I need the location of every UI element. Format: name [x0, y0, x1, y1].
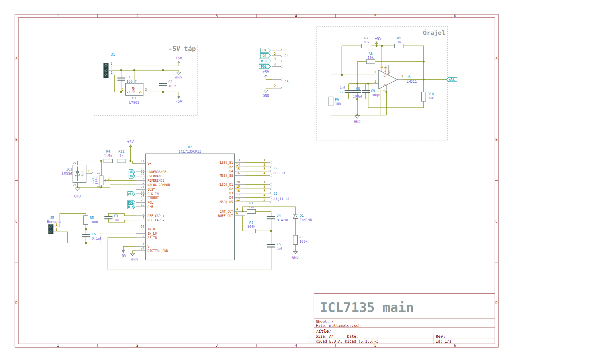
j6-ref: J6	[284, 80, 289, 84]
u3-num8: 8	[380, 66, 384, 68]
resistor-r4[interactable]: R4 1,5k	[104, 150, 112, 163]
resistor-r8[interactable]: R8 10k	[366, 52, 375, 64]
u3-num1: 1	[382, 89, 386, 91]
resistor-r1[interactable]: R1 27R	[247, 201, 256, 214]
ic1-value: LM336	[62, 172, 72, 176]
u2-lname: AZ_IN	[148, 236, 157, 240]
j4-ref: J4	[284, 54, 289, 58]
connector-j3[interactable]: 1 2 3 4 5 J3 digit ki	[263, 180, 290, 201]
capacitor-c3[interactable]: C3 1uF	[104, 214, 120, 222]
rv1-num1: 1	[97, 172, 100, 174]
u2-lname: IN_HI	[148, 228, 157, 231]
frame-col: 1	[57, 14, 59, 18]
frame-col: 4	[295, 14, 297, 18]
schematic-canvas[interactable]: 1 2 3 4 5 6 1 2 3 4 5 6 A B C D A B C D …	[0, 0, 595, 364]
r5-value: 100k	[90, 220, 98, 224]
c3-value: 1uF	[114, 218, 120, 222]
u2-rnum: 17	[236, 193, 240, 197]
resistor-r2[interactable]: R2 100K	[247, 221, 256, 233]
capacitor-c8[interactable]: C8 100pF	[353, 87, 363, 98]
capacitor-c5[interactable]: C5 1uF	[267, 242, 283, 250]
capacitor-c1[interactable]: C1 100nF	[117, 75, 137, 84]
u2-lnum: 25	[141, 203, 144, 206]
c2-ref: C2	[168, 80, 172, 84]
j4-num4: 4	[274, 63, 276, 66]
j2-num: 1	[263, 158, 265, 162]
resistor-r11[interactable]: R11 1k	[117, 150, 126, 163]
j6-num2: 2	[274, 84, 276, 88]
u2-rname: (MSD)_D5	[218, 200, 233, 204]
j2-value: BCD ki	[273, 171, 286, 175]
u2-rname: B2	[229, 165, 233, 169]
u2-lnum: 27	[141, 172, 144, 176]
frame-row: C	[15, 219, 17, 223]
capacitor-c7[interactable]: 1nF C7	[340, 85, 353, 94]
j5-ref: J5	[50, 216, 54, 220]
u2-lname: BUSY	[148, 188, 155, 191]
u1-ref: U1	[132, 96, 136, 100]
u2-lname: V-	[148, 245, 151, 248]
u2-hier-tags[interactable]: UR OR clk POL R_H	[128, 170, 135, 209]
j4-num3: 3	[274, 57, 276, 61]
capacitor-c4[interactable]: C4 0.47uF	[267, 214, 289, 222]
j3-num: 3	[263, 189, 265, 193]
connector-j5[interactable]: J5 Bemenet 2 1	[47, 216, 61, 234]
date-field: Date:	[347, 334, 358, 339]
trimmer-rv1[interactable]: RV1 100k 1 2 3	[91, 172, 110, 188]
resistor-r7[interactable]: R7 20k	[362, 36, 371, 48]
rv1-value: 100k	[95, 176, 99, 184]
wires[interactable]	[58, 42, 446, 270]
ic1-num3: 3	[73, 184, 77, 186]
c4-ref: C4	[277, 214, 281, 218]
id-field: Id: 1/1	[436, 339, 452, 344]
connector-j4[interactable]: UR OR R_H POL 1 2 3 4 J4	[259, 46, 289, 69]
r11-ref: R11	[118, 150, 125, 154]
u2-rnum: 15	[236, 167, 240, 171]
connector-j1[interactable]: J1 3 2 1	[104, 53, 115, 78]
j2-num: 2	[263, 163, 265, 166]
j2-num: 3	[263, 167, 265, 171]
resistor-r9[interactable]: R9 1k	[394, 36, 404, 48]
resistor-r10[interactable]: R10 39k	[421, 92, 434, 101]
u2-lname: REF_CAP_+	[148, 214, 164, 218]
capacitor-c2[interactable]: C2 100nF	[159, 80, 178, 88]
p5v-label: +5V	[176, 56, 182, 60]
capacitor-c9[interactable]: C9 100pF	[362, 89, 381, 97]
u2-lnum: 9	[143, 229, 144, 233]
tool-field: KiCad E.D.A. kicad (5.1.5)-3	[316, 339, 378, 344]
adc-u2[interactable]: U2 ICL7135CPIZ 11 28 27 2 3 21 22 26 23 …	[141, 145, 240, 260]
u3-minus-icon: -	[381, 83, 383, 87]
resistor-r5[interactable]: R5 100k	[84, 216, 98, 224]
clk-output-label[interactable]: clk	[446, 77, 457, 82]
u2-rnum: 20	[236, 180, 240, 184]
resistor-r3[interactable]: R3 100k	[293, 235, 308, 245]
m5v-label: -5V	[120, 254, 126, 258]
file-field: File: multimeter.sch	[316, 323, 361, 328]
hier-clk: clk	[449, 78, 455, 81]
frame-row: B	[495, 137, 497, 142]
frame-col: 5	[374, 14, 376, 18]
regulator-u1[interactable]: VI VO GND 2 3 U1 L7905	[122, 83, 147, 105]
j1-pin2: 2	[111, 66, 112, 70]
u1-pin-gnd: GND	[132, 87, 135, 93]
p5v-label: +5V	[263, 70, 269, 74]
connector-j6[interactable]: 1 2 J6	[274, 76, 289, 88]
u2-lname: OVERRANGE	[148, 175, 164, 178]
vref-ic1[interactable]: ADJ 2 1 3 IC1 LM336	[62, 162, 90, 186]
c1-value: 100nF	[126, 80, 137, 84]
ic1-num2: 2	[73, 162, 77, 164]
size-field: Size: A4	[316, 334, 334, 339]
u2-lnum: 21	[141, 185, 144, 189]
capacitor-c6[interactable]: C6 0.1uF	[82, 232, 102, 240]
psu-section-title: -5V táp	[168, 45, 196, 53]
diode-d1[interactable]: D1 1n4148	[293, 214, 312, 222]
psu-section-box	[93, 44, 198, 115]
r2-ref: R2	[249, 221, 253, 225]
frame-col: 2	[136, 343, 138, 348]
u2-lnum: 10	[141, 225, 144, 228]
c7-value: 1nF	[340, 85, 346, 89]
u2-rnum: 6	[236, 212, 238, 215]
frame-row: D	[15, 301, 17, 305]
c5-value: 1uF	[277, 246, 283, 250]
resistor-r6[interactable]: R6 10k	[329, 97, 341, 106]
